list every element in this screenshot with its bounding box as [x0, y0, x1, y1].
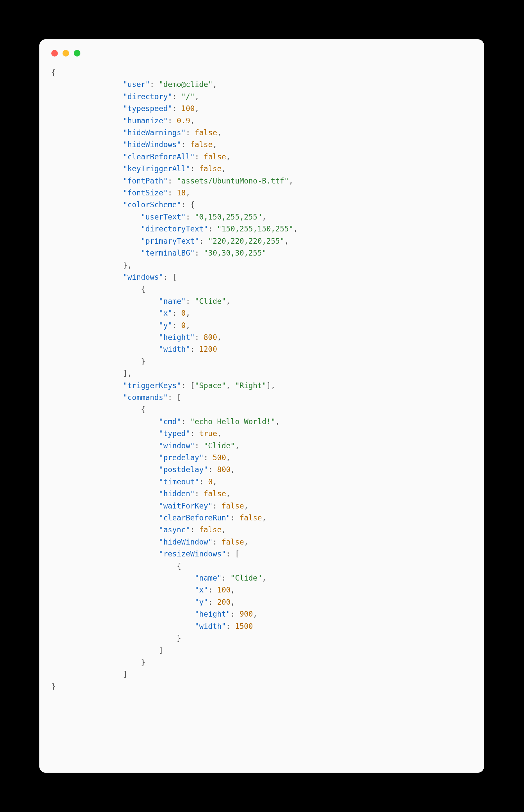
code-token-pun: }: [141, 658, 146, 666]
code-token-pun: {: [141, 285, 146, 293]
minimize-icon[interactable]: [63, 50, 69, 56]
code-token-key: "window": [159, 441, 195, 450]
code-token-pun: ,: [262, 574, 267, 582]
code-token-key: "user": [123, 80, 150, 89]
code-token-pun: {: [177, 562, 181, 570]
code-token-key: "terminalBG": [141, 249, 195, 257]
code-token-str: "Clide": [231, 574, 262, 582]
code-token-key: "hideWindow": [159, 538, 213, 546]
code-token-num: 100: [217, 586, 231, 594]
code-token-str: "demo@clide": [159, 80, 213, 89]
code-block: { "user": "demo@clide", "directory": "/"…: [51, 66, 472, 692]
code-token-pun: :: [195, 441, 203, 450]
code-token-num: 0: [181, 309, 186, 317]
code-token-pun: ,: [235, 441, 240, 450]
code-token-str: "/": [181, 92, 195, 101]
code-token-key: "name": [159, 297, 185, 305]
code-token-key: "x": [195, 586, 208, 594]
code-token-pun: :: [231, 610, 240, 618]
code-token-pun: :: [150, 80, 159, 89]
code-token-pun: :: [195, 152, 204, 161]
code-token-pun: : {: [181, 200, 195, 209]
code-token-pun: ]: [159, 646, 163, 655]
code-token-pun: ,: [185, 309, 190, 317]
code-token-num: 1200: [199, 345, 217, 353]
code-token-key: "fontPath": [123, 176, 168, 185]
code-token-pun: :: [208, 598, 217, 606]
code-token-pun: :: [199, 237, 208, 245]
code-token-pun: : [: [181, 381, 195, 390]
code-token-pun: :: [195, 333, 203, 341]
code-token-pun: :: [231, 513, 240, 522]
code-token-bool: false: [204, 152, 226, 161]
code-token-key: "commands": [123, 393, 168, 402]
code-token-bool: false: [204, 489, 226, 498]
code-token-bool: false: [222, 538, 244, 546]
code-token-pun: :: [168, 188, 177, 197]
code-token-str: "Clide": [195, 297, 226, 305]
code-token-key: "triggerKeys": [123, 381, 181, 390]
code-token-pun: ,: [185, 188, 190, 197]
code-token-pun: ,: [293, 224, 298, 233]
code-token-pun: ,: [289, 176, 293, 185]
code-token-pun: :: [173, 92, 181, 101]
code-token-pun: :: [208, 586, 217, 594]
code-token-pun: ,: [195, 92, 199, 101]
maximize-icon[interactable]: [74, 50, 80, 56]
code-token-pun: :: [185, 213, 195, 221]
code-token-pun: :: [168, 176, 177, 185]
code-token-pun: ,: [213, 477, 217, 486]
code-token-pun: ,: [226, 297, 231, 305]
code-token-key: "waitForKey": [159, 502, 213, 510]
code-token-pun: ,: [217, 429, 222, 438]
code-token-pun: ],: [266, 381, 275, 390]
code-token-num: 800: [217, 465, 231, 474]
code-token-key: "clearBeforeRun": [159, 513, 231, 522]
code-token-str: "220,220,220,255": [208, 237, 284, 245]
code-token-key: "x": [159, 309, 173, 317]
code-token-key: "primaryText": [141, 237, 199, 245]
code-token-key: "directoryText": [141, 224, 208, 233]
code-token-pun: {: [51, 68, 56, 77]
code-token-num: 1500: [235, 622, 253, 630]
code-token-key: "userText": [141, 213, 185, 221]
code-token-bool: false: [222, 502, 244, 510]
code-token-bool: false: [199, 164, 222, 173]
code-token-key: "resizeWindows": [159, 549, 226, 558]
code-token-pun: ,: [231, 586, 235, 594]
code-token-str: "Clide": [204, 441, 235, 450]
code-token-pun: ,: [226, 381, 235, 390]
code-token-pun: :: [173, 321, 181, 329]
code-token-pun: :: [213, 538, 222, 546]
code-token-num: 800: [204, 333, 217, 341]
code-token-pun: ],: [123, 369, 132, 377]
close-icon[interactable]: [51, 50, 58, 56]
code-token-str: "Space": [195, 381, 226, 390]
code-token-pun: : [: [168, 393, 181, 402]
code-token-pun: ,: [213, 80, 217, 89]
code-token-str: "0,150,255,255": [195, 213, 262, 221]
code-token-pun: :: [190, 345, 199, 353]
code-token-key: "postdelay": [159, 465, 208, 474]
code-token-pun: :: [173, 104, 181, 113]
code-token-pun: :: [190, 429, 199, 438]
code-token-key: "y": [159, 321, 173, 329]
window-controls: [51, 50, 472, 56]
code-token-pun: ,: [262, 513, 267, 522]
code-token-pun: :: [168, 116, 177, 125]
code-token-pun: :: [208, 224, 217, 233]
code-token-key: "height": [159, 333, 195, 341]
code-token-pun: :: [208, 465, 217, 474]
code-token-key: "directory": [123, 92, 173, 101]
code-token-pun: ,: [222, 164, 226, 173]
code-token-pun: ]: [123, 670, 128, 678]
code-token-pun: ,: [231, 465, 235, 474]
code-token-key: "typed": [159, 429, 190, 438]
code-token-key: "humanize": [123, 116, 168, 125]
code-token-pun: ,: [253, 610, 258, 618]
code-token-pun: }: [177, 634, 181, 642]
code-token-bool: false: [199, 525, 222, 534]
code-token-key: "height": [195, 610, 230, 618]
code-token-pun: :: [213, 502, 222, 510]
code-token-key: "fontSize": [123, 188, 168, 197]
